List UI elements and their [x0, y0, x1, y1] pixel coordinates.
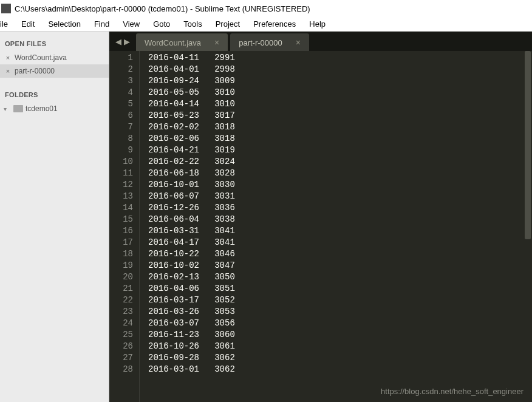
line-number: 14 [109, 202, 133, 214]
close-icon[interactable]: × [296, 38, 301, 47]
line-number: 13 [109, 191, 133, 202]
line-number: 26 [109, 341, 133, 352]
code-line[interactable]: 2016-10-01 3030 [148, 179, 532, 191]
code-line[interactable]: 2016-03-07 3056 [148, 318, 532, 329]
line-number: 20 [109, 271, 133, 283]
line-number: 25 [109, 329, 133, 341]
menu-view[interactable]: View [116, 18, 146, 30]
code-line[interactable]: 2016-03-26 3053 [148, 306, 532, 318]
tab-nav-arrows: ◀ ▶ [113, 37, 136, 46]
code-line[interactable]: 2016-04-14 3010 [148, 98, 532, 110]
code-line[interactable]: 2016-06-07 3031 [148, 191, 532, 202]
folder-icon [13, 105, 23, 112]
code-line[interactable]: 2016-02-06 3018 [148, 133, 532, 145]
code-line[interactable]: 2016-06-04 3038 [148, 214, 532, 225]
menu-project[interactable]: Project [209, 18, 247, 30]
close-icon[interactable]: × [214, 38, 219, 47]
folder-label: tcdemo01 [26, 104, 58, 113]
code-line[interactable]: 2016-10-02 3047 [148, 260, 532, 271]
open-files-header: OPEN FILES [0, 35, 109, 51]
menu-preferences[interactable]: Preferences [247, 18, 302, 30]
menu-selection[interactable]: Selection [41, 18, 87, 30]
code-line[interactable]: 2016-04-11 2991 [148, 52, 532, 64]
line-number: 8 [109, 133, 133, 145]
menu-tools[interactable]: Tools [177, 18, 208, 30]
scrollbar-thumb[interactable] [525, 51, 531, 239]
line-number: 22 [109, 295, 133, 306]
line-number: 19 [109, 260, 133, 271]
open-file-label: WordCount.java [12, 53, 67, 62]
code-line[interactable]: 2016-09-28 3062 [148, 352, 532, 364]
menu-edit[interactable]: Edit [15, 18, 41, 30]
code-line[interactable]: 2016-04-01 2998 [148, 64, 532, 75]
line-number: 3 [109, 75, 133, 87]
chevron-down-icon[interactable]: ▾ [4, 106, 11, 112]
code-line[interactable]: 2016-10-26 3061 [148, 341, 532, 352]
code-line[interactable]: 2016-03-01 3062 [148, 364, 532, 375]
menubar: ile Edit Selection Find View Goto Tools … [0, 17, 532, 32]
line-number: 5 [109, 98, 133, 110]
line-number: 15 [109, 214, 133, 225]
line-number: 11 [109, 168, 133, 179]
tab-label: WordCount.java [145, 38, 201, 47]
code-line[interactable]: 2016-12-26 3036 [148, 202, 532, 214]
vertical-scrollbar[interactable] [523, 51, 532, 402]
arrow-left-icon[interactable]: ◀ [114, 37, 123, 46]
code-line[interactable]: 2016-05-23 3017 [148, 110, 532, 121]
sidebar: OPEN FILES × WordCount.java × part-r-000… [0, 32, 109, 402]
line-number: 27 [109, 352, 133, 364]
code-line[interactable]: 2016-04-17 3041 [148, 237, 532, 248]
line-number: 21 [109, 283, 133, 295]
code-line[interactable]: 2016-09-24 3009 [148, 75, 532, 87]
folder-tcdemo01[interactable]: ▾ tcdemo01 [0, 102, 109, 115]
close-icon[interactable]: × [4, 54, 12, 61]
code-line[interactable]: 2016-03-31 3041 [148, 225, 532, 237]
code-line[interactable]: 2016-05-05 3010 [148, 87, 532, 98]
line-number: 23 [109, 306, 133, 318]
line-number: 24 [109, 318, 133, 329]
code-line[interactable]: 2016-11-23 3060 [148, 329, 532, 341]
line-number: 1 [109, 52, 133, 64]
code-line[interactable]: 2016-10-22 3046 [148, 248, 532, 260]
code-area[interactable]: 1234567891011121314151617181920212223242… [109, 51, 532, 402]
line-number: 18 [109, 248, 133, 260]
tab-part-r[interactable]: part-r-00000 × [230, 33, 309, 52]
code-content[interactable]: 2016-04-11 29912016-04-01 29982016-09-24… [140, 51, 532, 402]
line-number: 17 [109, 237, 133, 248]
code-line[interactable]: 2016-04-06 3051 [148, 283, 532, 295]
editor-area: ◀ ▶ WordCount.java × part-r-00000 × 1234… [109, 32, 532, 402]
code-line[interactable]: 2016-02-13 3050 [148, 271, 532, 283]
line-number: 2 [109, 64, 133, 75]
menu-file[interactable]: ile [0, 18, 15, 30]
menu-find[interactable]: Find [87, 18, 116, 30]
code-line[interactable]: 2016-02-02 3018 [148, 121, 532, 133]
titlebar: C:\Users\admin\Desktop\part-r-00000 (tcd… [0, 0, 532, 17]
window-title: C:\Users\admin\Desktop\part-r-00000 (tcd… [15, 4, 310, 13]
line-number: 28 [109, 364, 133, 375]
tab-row: ◀ ▶ WordCount.java × part-r-00000 × [109, 32, 532, 51]
arrow-right-icon[interactable]: ▶ [123, 37, 131, 46]
code-line[interactable]: 2016-02-22 3024 [148, 156, 532, 168]
code-line[interactable]: 2016-06-18 3028 [148, 168, 532, 179]
folders-header: FOLDERS [0, 86, 109, 102]
line-number: 7 [109, 121, 133, 133]
code-line[interactable]: 2016-04-21 3019 [148, 145, 532, 156]
line-number-gutter: 1234567891011121314151617181920212223242… [109, 51, 140, 402]
open-file-label: part-r-00000 [12, 67, 55, 75]
close-icon[interactable]: × [4, 67, 12, 75]
line-number: 9 [109, 145, 133, 156]
line-number: 12 [109, 179, 133, 191]
tab-label: part-r-00000 [239, 38, 282, 47]
open-file-wordcount[interactable]: × WordCount.java [0, 51, 109, 64]
tab-wordcount[interactable]: WordCount.java × [136, 33, 228, 52]
code-line[interactable]: 2016-03-17 3052 [148, 295, 532, 306]
open-file-part-r[interactable]: × part-r-00000 [0, 64, 109, 78]
line-number: 10 [109, 156, 133, 168]
app-icon [1, 4, 11, 13]
menu-help[interactable]: Help [302, 18, 332, 30]
line-number: 16 [109, 225, 133, 237]
menu-goto[interactable]: Goto [146, 18, 177, 30]
line-number: 4 [109, 87, 133, 98]
line-number: 6 [109, 110, 133, 121]
